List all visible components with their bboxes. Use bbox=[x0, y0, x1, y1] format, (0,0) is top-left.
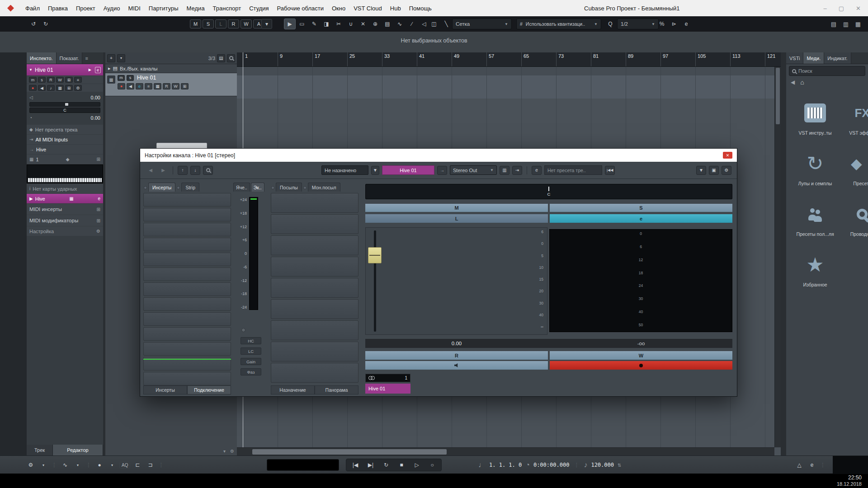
drum-map-row[interactable]: i Нет карты ударных bbox=[27, 184, 103, 193]
horizontal-scrollbar[interactable] bbox=[237, 447, 774, 455]
minimize-button[interactable]: – bbox=[824, 5, 827, 12]
undo-icon[interactable]: ↺ bbox=[28, 19, 39, 29]
record-arm-button[interactable]: ● bbox=[118, 83, 125, 89]
strip-activity-led[interactable] bbox=[241, 328, 245, 332]
channel-name-badge[interactable]: Hive 01 bbox=[365, 384, 410, 394]
audio-activity-icon[interactable]: ∿ bbox=[60, 460, 71, 470]
media-item-vst-effects[interactable]: FX VST эффе.. bbox=[839, 102, 868, 136]
inspector-menu-icon[interactable]: ≡ bbox=[82, 52, 90, 64]
tab-vsti[interactable]: VSTi bbox=[786, 52, 803, 64]
send-slot[interactable] bbox=[271, 299, 359, 319]
cycle-button[interactable]: ↻ bbox=[381, 460, 392, 470]
input-routing-dropdown[interactable]: Не назначено bbox=[321, 165, 368, 175]
gear-icon[interactable]: ⚙ bbox=[96, 229, 100, 234]
stop-button[interactable]: ■ bbox=[396, 460, 407, 470]
preset-rewind-icon[interactable]: |◀◀ bbox=[605, 166, 615, 175]
search-input[interactable] bbox=[798, 68, 848, 74]
media-item-file-browser[interactable]: Проводник bbox=[839, 203, 868, 237]
pan-control[interactable]: C bbox=[29, 108, 100, 113]
insert-slot[interactable] bbox=[143, 282, 231, 296]
range-selection-tool-icon[interactable]: ▭ bbox=[296, 19, 308, 29]
edit-channel-button[interactable]: e bbox=[136, 83, 143, 89]
output-routing-dropdown[interactable]: Stereo Out ▼ bbox=[450, 165, 497, 175]
io-channels-row[interactable]: ▸ ▤ Вх./Вых. каналы bbox=[105, 64, 237, 73]
tab-track[interactable]: Трек bbox=[27, 445, 53, 455]
auto-quantize-button[interactable]: AQ bbox=[119, 462, 130, 469]
menu-item[interactable]: Помощь bbox=[405, 5, 436, 12]
setup-section[interactable]: Настройка ⚙ bbox=[27, 226, 103, 236]
send-slot[interactable] bbox=[271, 257, 359, 277]
track-solo-button[interactable]: s bbox=[127, 75, 134, 81]
chevron-down-icon[interactable]: ▾ bbox=[72, 460, 83, 470]
midi-note-icon[interactable]: ♪ bbox=[47, 85, 55, 91]
time-display[interactable]: 0:00:00.000 bbox=[533, 462, 569, 468]
write-automation-button[interactable]: W bbox=[550, 351, 732, 360]
input-dropdown-caret[interactable]: ▼ bbox=[371, 166, 379, 175]
menu-item[interactable]: Hub bbox=[386, 5, 405, 12]
restore-button[interactable]: ▢ bbox=[839, 5, 844, 12]
edit-button[interactable]: e bbox=[550, 214, 732, 223]
freeze-button[interactable]: ▦ bbox=[154, 83, 161, 89]
track-delay-value[interactable]: 0.00 bbox=[91, 115, 100, 121]
media-search-box[interactable] bbox=[789, 66, 865, 76]
insert-slot[interactable] bbox=[143, 342, 231, 356]
menu-item[interactable]: Окно bbox=[328, 5, 349, 12]
volume-slider[interactable] bbox=[29, 102, 100, 107]
monitor-button[interactable] bbox=[365, 361, 548, 370]
insert-slot[interactable] bbox=[143, 327, 231, 341]
snap-type-icon[interactable]: ╲ bbox=[441, 19, 452, 29]
go-to-start-button[interactable]: |◀ bbox=[350, 460, 361, 470]
insert-slot[interactable] bbox=[143, 253, 231, 266]
filter-strip-button[interactable]: HC bbox=[241, 337, 261, 344]
vertical-scrollbar-thumb[interactable] bbox=[776, 68, 780, 124]
filter-strip-button[interactable]: LC bbox=[241, 347, 261, 355]
nav-back-icon[interactable]: ◀ bbox=[791, 79, 795, 85]
send-slot[interactable] bbox=[271, 235, 359, 255]
midi-modifiers-section[interactable]: MIDI модификаторы ⊞ bbox=[27, 215, 103, 226]
monitor-icon[interactable]: ◀ bbox=[38, 85, 46, 91]
play-button[interactable]: ▷ bbox=[411, 460, 422, 470]
media-item-presets[interactable]: ◆● Пресет.. bbox=[839, 153, 868, 186]
menu-item[interactable]: MIDI bbox=[124, 5, 144, 12]
media-item-loops-samples[interactable]: ↻ Лупы и семплы bbox=[792, 153, 839, 186]
menu-item[interactable]: Аудио bbox=[99, 5, 124, 12]
tab-inserts-bottom[interactable]: Инсерты bbox=[143, 385, 187, 394]
menu-item[interactable]: Партитуры bbox=[145, 5, 183, 12]
dialog-channel-name[interactable]: Hive 01 bbox=[382, 165, 434, 175]
preset-edit-icon[interactable]: e bbox=[532, 166, 542, 175]
instrument-button[interactable]: ⊞ bbox=[181, 83, 189, 89]
fader-handle[interactable] bbox=[368, 247, 382, 263]
menu-item[interactable]: Файл bbox=[21, 5, 44, 12]
pre-post-divider[interactable] bbox=[143, 359, 231, 360]
send-slot[interactable] bbox=[271, 342, 359, 361]
instrument-edit-icon[interactable]: e bbox=[98, 196, 100, 201]
menu-item[interactable]: Студия bbox=[245, 5, 273, 12]
auto-scroll-button[interactable]: ▾ bbox=[261, 19, 272, 29]
line-tool-icon[interactable]: ∕ bbox=[406, 19, 418, 29]
solo-button[interactable]: s bbox=[38, 77, 46, 83]
send-slot[interactable] bbox=[271, 363, 359, 383]
chevron-down-icon[interactable]: ▾ bbox=[107, 460, 118, 470]
horizontal-scrollbar-thumb[interactable] bbox=[252, 449, 447, 455]
go-to-end-button[interactable]: ▶| bbox=[365, 460, 376, 470]
tab-editor[interactable]: Редактор bbox=[53, 445, 103, 455]
comp-tool-icon[interactable]: ▤ bbox=[382, 19, 393, 29]
vertical-scrollbar[interactable] bbox=[774, 67, 781, 447]
channel-prev-icon[interactable]: ◀ bbox=[146, 166, 156, 175]
position-display[interactable]: 1. 1. 1. 0 bbox=[489, 462, 522, 468]
glue-tool-icon[interactable]: ∪ bbox=[345, 19, 357, 29]
transport-edit-icon[interactable]: e bbox=[807, 460, 817, 470]
tempo-display[interactable]: 120.000 bbox=[591, 462, 614, 468]
midi-channel-row[interactable]: ▦ 1 ◆ ⊞ bbox=[27, 155, 103, 164]
send-slot[interactable] bbox=[271, 214, 359, 234]
split-tool-icon[interactable]: ✂ bbox=[333, 19, 344, 29]
punch-out-icon[interactable]: ⊐ bbox=[145, 460, 156, 470]
send-slot[interactable] bbox=[271, 320, 359, 340]
write-automation-button[interactable]: W bbox=[172, 83, 179, 89]
folder-open-icon[interactable]: ▸ bbox=[108, 66, 111, 71]
pan-control[interactable]: C bbox=[365, 184, 732, 199]
track-preset-row[interactable]: ◆ Нет пресета трека bbox=[27, 125, 103, 134]
insert-slot[interactable] bbox=[143, 193, 231, 206]
right-zone-toggle-icon[interactable]: ▦ bbox=[853, 21, 863, 28]
tab-panorama[interactable]: Панорама bbox=[315, 385, 359, 394]
